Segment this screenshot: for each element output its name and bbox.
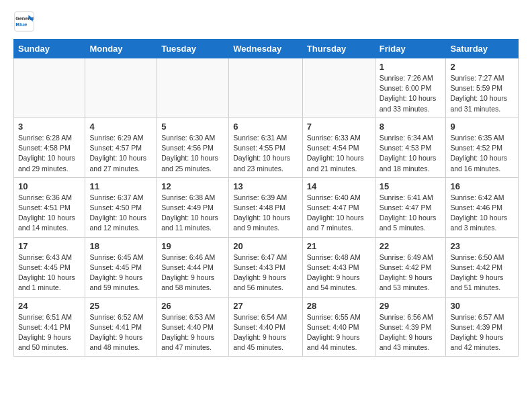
day-info: Sunrise: 7:27 AMSunset: 5:59 PMDaylight:… (450, 73, 514, 114)
calendar-cell: 20Sunrise: 6:47 AMSunset: 4:43 PMDayligh… (229, 237, 303, 297)
day-info: Sunrise: 6:57 AMSunset: 4:39 PMDaylight:… (450, 312, 514, 353)
day-number: 19 (161, 241, 224, 251)
day-number: 29 (380, 301, 442, 311)
weekday-header-tuesday: Tuesday (157, 40, 229, 58)
calendar-cell: 4Sunrise: 6:29 AMSunset: 4:57 PMDaylight… (85, 118, 157, 177)
day-number: 17 (18, 241, 81, 251)
day-number: 27 (233, 301, 298, 311)
day-number: 28 (307, 301, 371, 311)
calendar-cell: 21Sunrise: 6:48 AMSunset: 4:43 PMDayligh… (302, 237, 375, 297)
day-info: Sunrise: 6:29 AMSunset: 4:57 PMDaylight:… (89, 133, 152, 174)
calendar-cell: 24Sunrise: 6:51 AMSunset: 4:41 PMDayligh… (14, 297, 85, 357)
day-number: 4 (89, 122, 152, 132)
day-info: Sunrise: 6:35 AMSunset: 4:52 PMDaylight:… (450, 133, 514, 174)
svg-text:Blue: Blue (15, 21, 28, 28)
day-number: 1 (380, 62, 442, 72)
weekday-header-friday: Friday (375, 40, 446, 58)
page-header: General Blue (13, 11, 519, 32)
day-number: 26 (161, 301, 224, 311)
day-info: Sunrise: 6:51 AMSunset: 4:41 PMDaylight:… (18, 312, 81, 353)
calendar-cell: 8Sunrise: 6:34 AMSunset: 4:53 PMDaylight… (375, 118, 446, 177)
calendar-cell: 14Sunrise: 6:40 AMSunset: 4:47 PMDayligh… (302, 177, 375, 237)
calendar-cell: 13Sunrise: 6:39 AMSunset: 4:48 PMDayligh… (229, 177, 303, 237)
day-number: 16 (450, 181, 514, 191)
day-number: 18 (89, 241, 152, 251)
day-number: 14 (307, 181, 371, 191)
day-number: 20 (233, 241, 298, 251)
day-info: Sunrise: 6:53 AMSunset: 4:40 PMDaylight:… (161, 312, 224, 353)
day-info: Sunrise: 6:38 AMSunset: 4:49 PMDaylight:… (161, 193, 224, 234)
day-number: 9 (450, 122, 514, 132)
calendar-cell (157, 58, 229, 118)
day-number: 25 (89, 301, 152, 311)
calendar-cell: 29Sunrise: 6:56 AMSunset: 4:39 PMDayligh… (375, 297, 446, 357)
calendar-cell: 15Sunrise: 6:41 AMSunset: 4:47 PMDayligh… (375, 177, 446, 237)
day-number: 11 (89, 181, 152, 191)
day-info: Sunrise: 7:26 AMSunset: 6:00 PMDaylight:… (380, 73, 442, 114)
day-number: 24 (18, 301, 81, 311)
calendar-cell: 11Sunrise: 6:37 AMSunset: 4:50 PMDayligh… (85, 177, 157, 237)
calendar-week-4: 17Sunrise: 6:43 AMSunset: 4:45 PMDayligh… (14, 237, 519, 297)
day-number: 5 (161, 122, 224, 132)
day-number: 10 (18, 181, 81, 191)
day-info: Sunrise: 6:42 AMSunset: 4:46 PMDaylight:… (450, 193, 514, 234)
day-info: Sunrise: 6:55 AMSunset: 4:40 PMDaylight:… (307, 312, 371, 353)
logo: General Blue (13, 11, 38, 32)
weekday-header-row: SundayMondayTuesdayWednesdayThursdayFrid… (14, 40, 519, 58)
day-number: 13 (233, 181, 298, 191)
calendar-cell: 1Sunrise: 7:26 AMSunset: 6:00 PMDaylight… (375, 58, 446, 118)
weekday-header-thursday: Thursday (302, 40, 375, 58)
day-info: Sunrise: 6:30 AMSunset: 4:56 PMDaylight:… (161, 133, 224, 174)
calendar-cell (302, 58, 375, 118)
day-info: Sunrise: 6:46 AMSunset: 4:44 PMDaylight:… (161, 253, 224, 293)
weekday-header-sunday: Sunday (14, 40, 85, 58)
calendar-cell (229, 58, 303, 118)
day-info: Sunrise: 6:40 AMSunset: 4:47 PMDaylight:… (307, 193, 371, 234)
calendar-week-5: 24Sunrise: 6:51 AMSunset: 4:41 PMDayligh… (14, 297, 519, 357)
calendar-cell: 9Sunrise: 6:35 AMSunset: 4:52 PMDaylight… (446, 118, 519, 177)
day-info: Sunrise: 6:52 AMSunset: 4:41 PMDaylight:… (89, 312, 152, 353)
day-number: 21 (307, 241, 371, 251)
calendar-cell: 10Sunrise: 6:36 AMSunset: 4:51 PMDayligh… (14, 177, 85, 237)
day-info: Sunrise: 6:39 AMSunset: 4:48 PMDaylight:… (233, 193, 298, 234)
day-info: Sunrise: 6:34 AMSunset: 4:53 PMDaylight:… (380, 133, 442, 174)
day-info: Sunrise: 6:48 AMSunset: 4:43 PMDaylight:… (307, 253, 371, 293)
day-info: Sunrise: 6:43 AMSunset: 4:45 PMDaylight:… (18, 253, 81, 293)
day-info: Sunrise: 6:47 AMSunset: 4:43 PMDaylight:… (233, 253, 298, 293)
weekday-header-wednesday: Wednesday (229, 40, 303, 58)
calendar-cell: 25Sunrise: 6:52 AMSunset: 4:41 PMDayligh… (85, 297, 157, 357)
calendar-cell: 19Sunrise: 6:46 AMSunset: 4:44 PMDayligh… (157, 237, 229, 297)
calendar-cell: 22Sunrise: 6:49 AMSunset: 4:42 PMDayligh… (375, 237, 446, 297)
calendar-cell (85, 58, 157, 118)
logo-icon: General Blue (13, 11, 35, 32)
calendar-week-3: 10Sunrise: 6:36 AMSunset: 4:51 PMDayligh… (14, 177, 519, 237)
day-info: Sunrise: 6:31 AMSunset: 4:55 PMDaylight:… (233, 133, 298, 174)
day-info: Sunrise: 6:54 AMSunset: 4:40 PMDaylight:… (233, 312, 298, 353)
calendar-page: General Blue SundayMondayTuesdayWednesda… (0, 0, 532, 367)
calendar-cell: 27Sunrise: 6:54 AMSunset: 4:40 PMDayligh… (229, 297, 303, 357)
calendar-cell: 6Sunrise: 6:31 AMSunset: 4:55 PMDaylight… (229, 118, 303, 177)
day-info: Sunrise: 6:37 AMSunset: 4:50 PMDaylight:… (89, 193, 152, 234)
day-info: Sunrise: 6:33 AMSunset: 4:54 PMDaylight:… (307, 133, 371, 174)
day-number: 3 (18, 122, 81, 132)
calendar-cell: 18Sunrise: 6:45 AMSunset: 4:45 PMDayligh… (85, 237, 157, 297)
day-info: Sunrise: 6:45 AMSunset: 4:45 PMDaylight:… (89, 253, 152, 293)
calendar-cell: 30Sunrise: 6:57 AMSunset: 4:39 PMDayligh… (446, 297, 519, 357)
day-number: 15 (380, 181, 442, 191)
calendar-week-2: 3Sunrise: 6:28 AMSunset: 4:58 PMDaylight… (14, 118, 519, 177)
calendar-cell: 5Sunrise: 6:30 AMSunset: 4:56 PMDaylight… (157, 118, 229, 177)
day-number: 22 (380, 241, 442, 251)
calendar-table: SundayMondayTuesdayWednesdayThursdayFrid… (13, 39, 519, 357)
day-number: 12 (161, 181, 224, 191)
calendar-cell: 23Sunrise: 6:50 AMSunset: 4:42 PMDayligh… (446, 237, 519, 297)
calendar-cell (14, 58, 85, 118)
day-info: Sunrise: 6:36 AMSunset: 4:51 PMDaylight:… (18, 193, 81, 234)
day-number: 7 (307, 122, 371, 132)
day-info: Sunrise: 6:49 AMSunset: 4:42 PMDaylight:… (380, 253, 442, 293)
weekday-header-monday: Monday (85, 40, 157, 58)
calendar-cell: 12Sunrise: 6:38 AMSunset: 4:49 PMDayligh… (157, 177, 229, 237)
calendar-cell: 17Sunrise: 6:43 AMSunset: 4:45 PMDayligh… (14, 237, 85, 297)
calendar-cell: 2Sunrise: 7:27 AMSunset: 5:59 PMDaylight… (446, 58, 519, 118)
day-info: Sunrise: 6:41 AMSunset: 4:47 PMDaylight:… (380, 193, 442, 234)
calendar-cell: 7Sunrise: 6:33 AMSunset: 4:54 PMDaylight… (302, 118, 375, 177)
